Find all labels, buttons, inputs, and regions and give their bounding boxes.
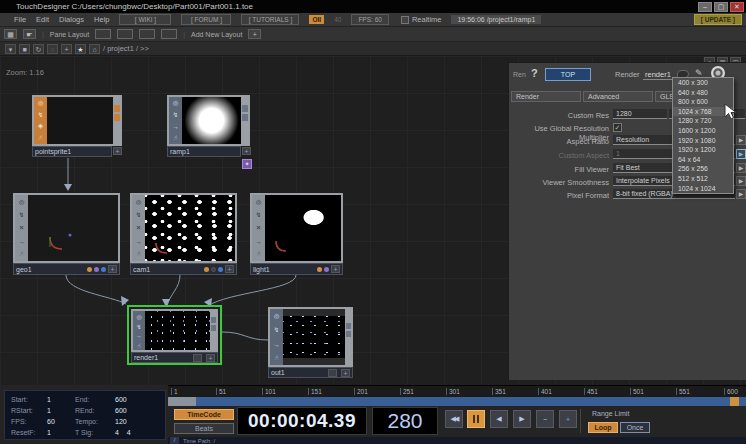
timeline-range-band[interactable]	[168, 397, 746, 406]
step-back-button[interactable]: ◀	[490, 410, 508, 428]
arrow-icon[interactable]: →	[255, 238, 262, 245]
forum-button[interactable]: [ FORUM ]	[181, 14, 231, 25]
range-start-handle[interactable]	[168, 397, 196, 406]
timeline-ruler[interactable]: 1 51 101 151 201 251 301 351 401 451 501…	[168, 385, 746, 397]
node-expand-button[interactable]: +	[225, 265, 234, 273]
node-viewer[interactable]	[145, 311, 210, 350]
layout-preset-single-icon[interactable]	[95, 29, 111, 39]
node-name-bar[interactable]: cam1 +	[130, 263, 237, 275]
layout-preset-quad-icon[interactable]	[161, 29, 177, 39]
lightning-icon[interactable]: ↯	[136, 211, 141, 219]
touch-icon[interactable]: ☝	[275, 354, 279, 362]
node-name-bar[interactable]: geo1 +	[13, 263, 120, 275]
resolution-option[interactable]: 1920 x 1200	[673, 145, 733, 155]
timecode-mode-button[interactable]: TimeCode	[174, 409, 234, 420]
clone-flag-dot[interactable]	[211, 267, 216, 272]
node-name-bar[interactable]: light1 +	[250, 263, 343, 275]
checkbox-icon[interactable]: ✓	[613, 123, 622, 132]
render-flag-dot[interactable]	[218, 267, 223, 272]
add-layout-button[interactable]: +	[248, 29, 261, 39]
perf-toggle[interactable]: OII	[309, 15, 324, 24]
update-button[interactable]: [ UPDATE ]	[694, 14, 742, 25]
node-expand-button[interactable]: +	[242, 147, 251, 155]
viewer-icon[interactable]: ◎	[173, 99, 179, 107]
info-value[interactable]: 120	[115, 418, 165, 425]
arrow-icon[interactable]: →	[136, 333, 142, 339]
output-connector[interactable]	[211, 317, 216, 323]
output-connector[interactable]	[346, 331, 351, 337]
menu-arrow-icon[interactable]: ▶	[736, 176, 746, 186]
node-light1[interactable]: ◎ ↯ ✕ → ☝	[250, 193, 343, 263]
hand-icon[interactable]: ☛	[23, 29, 36, 39]
node-pointsprite1[interactable]: ◎ ↯ ◈ ☝	[32, 95, 122, 146]
step-plus-button[interactable]: +	[559, 410, 577, 428]
lightning-icon[interactable]: ↯	[136, 323, 141, 330]
node-name-bar[interactable]: pointsprite1	[32, 146, 112, 157]
menu-arrow-icon[interactable]: ▶	[736, 163, 746, 173]
clone-flag-dot[interactable]	[94, 267, 99, 272]
frame-counter-display[interactable]: 280	[372, 407, 438, 435]
touch-icon[interactable]: ☝	[257, 250, 261, 258]
pause-button[interactable]	[467, 410, 485, 428]
node-viewer[interactable]	[47, 97, 113, 144]
menu-file[interactable]: File	[14, 15, 26, 24]
node-ramp1[interactable]: ◎ ↯ → ☝	[167, 95, 250, 146]
help-button[interactable]: ?	[531, 67, 538, 79]
once-button[interactable]: Once	[620, 422, 650, 433]
node-cam1[interactable]: ◎ ↯ ✕ → ☝	[130, 193, 237, 263]
menu-edit[interactable]: Edit	[36, 15, 49, 24]
arrow-icon[interactable]: →	[273, 341, 280, 348]
tutorials-button[interactable]: [ TUTORIALS ]	[241, 14, 299, 25]
output-connector[interactable]	[211, 325, 216, 331]
viewer-flag-dot[interactable]	[317, 267, 322, 272]
add-icon[interactable]: +	[61, 44, 72, 54]
node-flag-icon[interactable]: ✦	[242, 159, 252, 169]
node-viewer[interactable]	[182, 97, 241, 144]
lightning-icon[interactable]: ↯	[256, 211, 261, 219]
layout-preset-vsplit-icon[interactable]	[117, 29, 133, 39]
flag-box[interactable]	[328, 369, 337, 377]
step-minus-button[interactable]: −	[536, 410, 554, 428]
realtime-label[interactable]: Realtime	[412, 15, 442, 24]
op-category-badge[interactable]: TOP	[545, 68, 591, 81]
info-value[interactable]: 600	[115, 407, 165, 414]
node-viewer[interactable]	[28, 195, 118, 261]
info-value[interactable]: 600	[115, 396, 165, 403]
viewer-flag-dot[interactable]	[204, 267, 209, 272]
info-value[interactable]: 60	[47, 418, 75, 425]
touch-icon[interactable]: ☝	[137, 342, 141, 349]
viewer-icon[interactable]: ◎	[256, 198, 262, 206]
lightning-icon[interactable]: ↯	[274, 326, 279, 334]
resolution-option[interactable]: 1024 x 1024	[673, 184, 733, 194]
node-expand-button[interactable]: +	[108, 265, 117, 273]
lightning-icon[interactable]: ↯	[38, 111, 43, 119]
grid-icon[interactable]: ▦	[4, 29, 17, 39]
favorite-icon[interactable]: ★	[75, 44, 86, 54]
realtime-checkbox-icon[interactable]	[401, 16, 409, 24]
output-connector[interactable]	[114, 105, 120, 112]
menu-arrow-icon[interactable]: ▶	[736, 149, 746, 159]
output-connector[interactable]	[346, 323, 351, 329]
play-button[interactable]: ▶	[513, 410, 531, 428]
history-icon[interactable]: ○	[47, 44, 58, 54]
wiki-button[interactable]: [ WIKI ]	[119, 14, 171, 25]
node-viewer[interactable]	[265, 195, 341, 261]
menu-arrow-icon[interactable]: ▶	[736, 135, 746, 145]
node-viewer[interactable]	[283, 309, 345, 365]
node-expand-button[interactable]: +	[113, 147, 122, 155]
info-value[interactable]: 1	[47, 407, 75, 414]
back-arrow-icon[interactable]: ▾	[5, 44, 16, 54]
viewer-icon[interactable]: ◎	[274, 312, 280, 320]
viewer-flag-dot[interactable]	[87, 267, 92, 272]
node-render1[interactable]: ◎ ↯ → ☝	[131, 309, 218, 352]
clone-flag-dot[interactable]	[324, 267, 329, 272]
bypass-icon[interactable]: ✕	[19, 224, 24, 232]
node-viewer[interactable]	[145, 195, 235, 261]
maximize-button[interactable]: ▢	[714, 2, 728, 12]
bypass-icon[interactable]: ✕	[256, 224, 261, 232]
menu-help[interactable]: Help	[94, 15, 109, 24]
param-value-field[interactable]: 1280	[613, 109, 667, 119]
node-expand-button[interactable]: +	[331, 265, 340, 273]
gem-icon[interactable]: ◈	[38, 122, 43, 130]
touch-icon[interactable]: ☝	[20, 250, 24, 258]
